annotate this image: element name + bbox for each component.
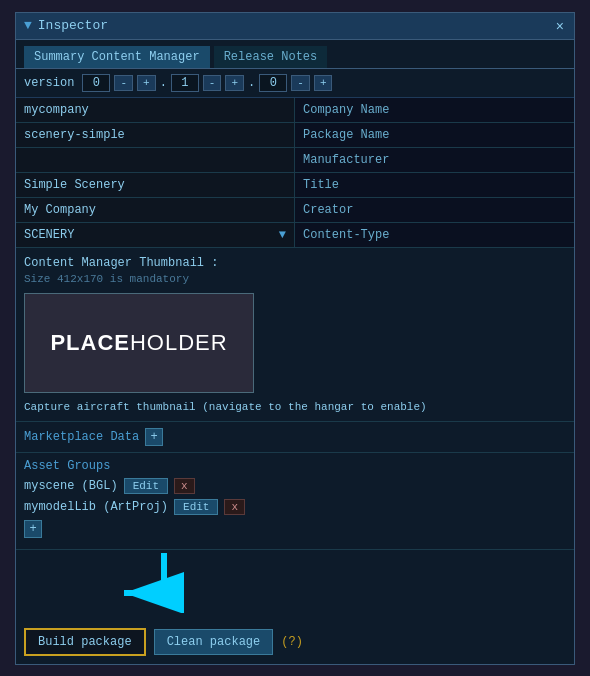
manufacturer-label: Manufacturer — [295, 148, 574, 172]
field-row-creator: My Company Creator — [16, 198, 574, 223]
close-button[interactable]: × — [554, 18, 566, 34]
field-row-title: Simple Scenery Title — [16, 173, 574, 198]
inspector-window: ▼ Inspector × Summary Content Manager Re… — [15, 12, 575, 665]
version-label: version — [24, 76, 74, 90]
version-bar: version - + . - + . - + — [16, 69, 574, 98]
version-major-minus[interactable]: - — [114, 75, 133, 91]
version-dot-1: . — [160, 76, 167, 90]
arrow-area — [24, 558, 566, 618]
title-bar: ▼ Inspector × — [16, 13, 574, 40]
tab-summary-content-manager[interactable]: Summary Content Manager — [24, 46, 210, 68]
field-row-manufacturer: Manufacturer — [16, 148, 574, 173]
asset-add-row: + — [24, 520, 566, 538]
tab-release-notes[interactable]: Release Notes — [214, 46, 328, 68]
field-row-company: mycompany Company Name — [16, 98, 574, 123]
placeholder-text: PLACEHOLDER — [50, 330, 227, 356]
manufacturer-value — [16, 148, 295, 172]
bottom-section: Build package Clean package (?) — [16, 550, 574, 664]
creator-label: Creator — [295, 198, 574, 222]
content-type-value[interactable]: SCENERY ▼ — [16, 223, 295, 247]
version-patch-input[interactable] — [259, 74, 287, 92]
cyan-arrow-icon — [104, 548, 224, 613]
asset-add-button[interactable]: + — [24, 520, 42, 538]
thumbnail-title: Content Manager Thumbnail : — [24, 256, 566, 270]
asset-edit-button-1[interactable]: Edit — [174, 499, 218, 515]
company-name-label: Company Name — [295, 98, 574, 122]
title-label: Title — [295, 173, 574, 197]
field-row-package: scenery-simple Package Name — [16, 123, 574, 148]
content-type-label: Content-Type — [295, 223, 574, 247]
window-title: Inspector — [38, 18, 108, 33]
creator-value: My Company — [16, 198, 295, 222]
asset-groups-label: Asset Groups — [24, 459, 566, 473]
tabs-bar: Summary Content Manager Release Notes — [16, 40, 574, 69]
build-package-button[interactable]: Build package — [24, 628, 146, 656]
clean-package-button[interactable]: Clean package — [154, 629, 274, 655]
package-name-value: scenery-simple — [16, 123, 295, 147]
fields-section: mycompany Company Name scenery-simple Pa… — [16, 98, 574, 248]
marketplace-header: Marketplace Data + — [24, 428, 566, 446]
version-dot-2: . — [248, 76, 255, 90]
capture-text: Capture aircraft thumbnail (navigate to … — [24, 401, 566, 413]
asset-row-1: mymodelLib (ArtProj) Edit x — [24, 499, 566, 515]
thumbnail-placeholder[interactable]: PLACEHOLDER — [24, 293, 254, 393]
field-row-content-type: SCENERY ▼ Content-Type — [16, 223, 574, 248]
version-patch-minus[interactable]: - — [291, 75, 310, 91]
asset-remove-button-1[interactable]: x — [224, 499, 245, 515]
version-minor-plus[interactable]: + — [225, 75, 244, 91]
asset-edit-button-0[interactable]: Edit — [124, 478, 168, 494]
title-arrow-icon: ▼ — [24, 18, 32, 33]
help-button[interactable]: (?) — [281, 635, 303, 649]
asset-name-1: mymodelLib (ArtProj) — [24, 500, 168, 514]
version-major-input[interactable] — [82, 74, 110, 92]
marketplace-label[interactable]: Marketplace Data — [24, 430, 139, 444]
title-bar-content: ▼ Inspector — [24, 18, 108, 33]
version-patch-plus[interactable]: + — [314, 75, 333, 91]
asset-row-0: myscene (BGL) Edit x — [24, 478, 566, 494]
company-name-value: mycompany — [16, 98, 295, 122]
bottom-buttons: Build package Clean package (?) — [24, 628, 566, 656]
asset-remove-button-0[interactable]: x — [174, 478, 195, 494]
asset-name-0: myscene (BGL) — [24, 479, 118, 493]
marketplace-section: Marketplace Data + — [16, 422, 574, 453]
thumbnail-subtitle: Size 412x170 is mandatory — [24, 273, 566, 285]
version-minor-input[interactable] — [171, 74, 199, 92]
marketplace-add-button[interactable]: + — [145, 428, 163, 446]
package-name-label: Package Name — [295, 123, 574, 147]
content-type-dropdown-icon: ▼ — [279, 228, 286, 242]
title-value: Simple Scenery — [16, 173, 295, 197]
thumbnail-section: Content Manager Thumbnail : Size 412x170… — [16, 248, 574, 422]
asset-groups-section: Asset Groups myscene (BGL) Edit x mymode… — [16, 453, 574, 550]
content-type-text: SCENERY — [24, 228, 74, 242]
version-major-plus[interactable]: + — [137, 75, 156, 91]
version-minor-minus[interactable]: - — [203, 75, 222, 91]
